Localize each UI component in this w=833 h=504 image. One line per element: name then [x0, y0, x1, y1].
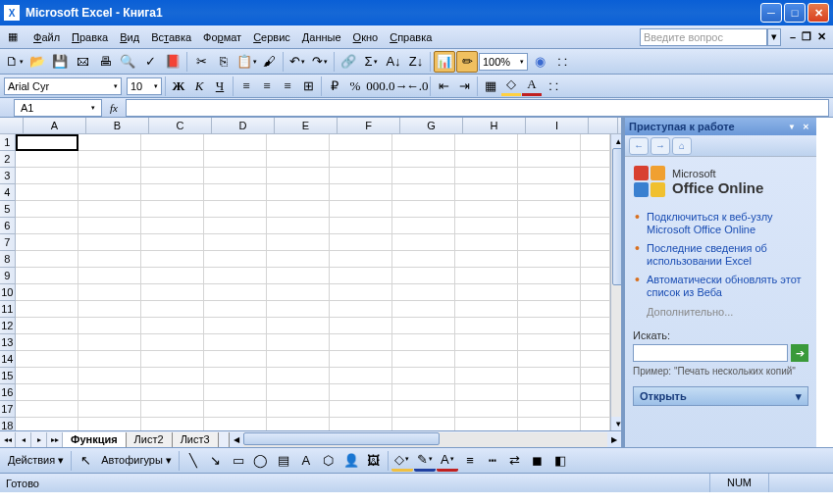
- clipart-icon[interactable]: 👤: [340, 450, 362, 472]
- cell[interactable]: [518, 351, 581, 368]
- cell[interactable]: [392, 334, 455, 351]
- cell[interactable]: [392, 251, 455, 268]
- scroll-down-icon[interactable]: ▼: [611, 417, 621, 430]
- prev-sheet-icon[interactable]: ◂: [16, 432, 31, 447]
- cell[interactable]: [455, 151, 518, 168]
- cell[interactable]: [16, 384, 78, 401]
- chart-wizard-icon[interactable]: 📊: [434, 51, 455, 73]
- row-header[interactable]: 14: [0, 351, 16, 368]
- sheet-tab[interactable]: Лист2: [127, 432, 173, 447]
- cell[interactable]: [455, 234, 518, 251]
- cell[interactable]: [267, 201, 330, 218]
- cell[interactable]: [78, 384, 141, 401]
- percent-icon[interactable]: %: [345, 76, 365, 96]
- cell[interactable]: [455, 268, 518, 284]
- cell[interactable]: [204, 168, 267, 184]
- cell[interactable]: [267, 251, 330, 268]
- cell[interactable]: [581, 418, 610, 430]
- sheet-tab[interactable]: Функция: [63, 432, 127, 447]
- bold-button[interactable]: Ж: [169, 76, 188, 96]
- cell[interactable]: [204, 251, 267, 268]
- cell[interactable]: [204, 418, 267, 430]
- drawing-toggle-icon[interactable]: ✏: [456, 51, 478, 73]
- menu-формат[interactable]: Формат: [197, 28, 247, 46]
- cell[interactable]: [204, 384, 267, 401]
- cell[interactable]: [267, 268, 330, 284]
- cell[interactable]: [204, 218, 267, 234]
- cell[interactable]: [78, 351, 141, 368]
- cell[interactable]: [267, 234, 330, 251]
- print-icon[interactable]: 🖶: [94, 51, 116, 73]
- cell[interactable]: [267, 168, 330, 184]
- cell[interactable]: [518, 268, 581, 284]
- cell[interactable]: [518, 384, 581, 401]
- cell[interactable]: [581, 134, 610, 151]
- more-link[interactable]: Дополнительно...: [633, 302, 808, 322]
- spellcheck-icon[interactable]: ✓: [139, 51, 161, 73]
- cell[interactable]: [141, 334, 204, 351]
- row-header[interactable]: 13: [0, 334, 16, 351]
- cell[interactable]: [78, 218, 141, 234]
- row-header[interactable]: 6: [0, 218, 16, 234]
- cell[interactable]: [78, 284, 141, 301]
- cell[interactable]: [330, 351, 392, 368]
- cell[interactable]: [16, 284, 78, 301]
- cell[interactable]: [518, 318, 581, 334]
- cell[interactable]: [392, 418, 455, 430]
- column-header[interactable]: C: [149, 118, 212, 133]
- cell[interactable]: [141, 168, 204, 184]
- cell[interactable]: [267, 418, 330, 430]
- cell[interactable]: [141, 201, 204, 218]
- cell[interactable]: [455, 168, 518, 184]
- textbox-icon[interactable]: ▤: [273, 450, 294, 472]
- cell[interactable]: [330, 218, 392, 234]
- cell[interactable]: [581, 168, 610, 184]
- cell[interactable]: [267, 368, 330, 384]
- print-preview-icon[interactable]: 🔍: [117, 51, 138, 73]
- undo-icon[interactable]: ↶: [286, 51, 308, 73]
- align-right-icon[interactable]: ≡: [278, 76, 297, 96]
- cell[interactable]: [141, 418, 204, 430]
- first-sheet-icon[interactable]: ◂◂: [0, 432, 16, 447]
- cell[interactable]: [78, 168, 141, 184]
- copy-icon[interactable]: ⎘: [213, 51, 234, 73]
- cell[interactable]: [518, 184, 581, 201]
- cell[interactable]: [330, 301, 392, 318]
- increase-indent-icon[interactable]: ⇥: [454, 76, 474, 96]
- fill-color-icon[interactable]: ◇: [391, 450, 413, 472]
- cell[interactable]: [581, 334, 610, 351]
- row-header[interactable]: 18: [0, 418, 16, 430]
- cell[interactable]: [455, 318, 518, 334]
- cell[interactable]: [581, 201, 610, 218]
- minimize-button[interactable]: ─: [760, 3, 782, 23]
- font-size-combo[interactable]: 10▾: [127, 77, 162, 95]
- wordart-icon[interactable]: A: [295, 450, 317, 472]
- cell[interactable]: [204, 234, 267, 251]
- cell[interactable]: [330, 368, 392, 384]
- cell[interactable]: [78, 301, 141, 318]
- font-name-combo[interactable]: Arial Cyr▾: [4, 77, 122, 95]
- oval-icon[interactable]: ◯: [250, 450, 272, 472]
- cell[interactable]: [141, 184, 204, 201]
- fx-icon[interactable]: fx: [102, 102, 126, 114]
- menu-вставка[interactable]: Вставка: [145, 28, 197, 46]
- borders-icon[interactable]: ▦: [481, 76, 500, 96]
- cell[interactable]: [330, 384, 392, 401]
- cell[interactable]: [204, 134, 267, 151]
- formula-input[interactable]: [126, 99, 829, 117]
- cell[interactable]: [16, 268, 78, 284]
- row-header[interactable]: 1: [0, 134, 16, 151]
- row-header[interactable]: 5: [0, 201, 16, 218]
- menu-сервис[interactable]: Сервис: [247, 28, 296, 46]
- doc-restore-button[interactable]: ❐: [799, 30, 814, 43]
- cell[interactable]: [392, 401, 455, 418]
- cell[interactable]: [204, 151, 267, 168]
- cell[interactable]: [78, 134, 141, 151]
- cell[interactable]: [518, 234, 581, 251]
- cell[interactable]: [330, 401, 392, 418]
- row-header[interactable]: 9: [0, 268, 16, 284]
- cell[interactable]: [330, 184, 392, 201]
- cell[interactable]: [78, 368, 141, 384]
- currency-icon[interactable]: ₽: [325, 76, 344, 96]
- cell[interactable]: [267, 151, 330, 168]
